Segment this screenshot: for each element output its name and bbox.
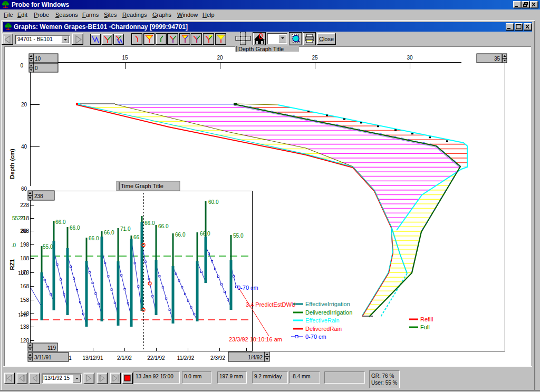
svg-text:168: 168 xyxy=(20,283,29,289)
svg-text:60: 60 xyxy=(21,186,27,192)
svg-text:71.0: 71.0 xyxy=(120,226,131,232)
svg-text:228: 228 xyxy=(20,202,29,208)
svg-text:.0: .0 xyxy=(12,242,16,248)
svg-text:EffectiveRain: EffectiveRain xyxy=(305,317,340,324)
svg-text:DeliveredIrrigation: DeliveredIrrigation xyxy=(305,309,352,316)
svg-text:2/3/92: 2/3/92 xyxy=(210,355,225,361)
svg-text:15: 15 xyxy=(122,55,128,61)
svg-text:30: 30 xyxy=(407,55,413,61)
svg-text:40: 40 xyxy=(21,144,27,150)
svg-text:10: 10 xyxy=(35,56,41,62)
svg-text:66.0: 66.0 xyxy=(104,230,114,236)
svg-text:Full: Full xyxy=(420,324,430,330)
svg-text:60.0: 60.0 xyxy=(208,199,219,205)
svg-text:552.0: 552.0 xyxy=(12,215,25,221)
svg-text:66.: 66. xyxy=(133,234,141,240)
svg-text:138: 138 xyxy=(20,324,29,330)
svg-text:66.0: 66.0 xyxy=(89,236,99,241)
svg-text:0-70 cm: 0-70 cm xyxy=(305,334,326,340)
svg-text:178: 178 xyxy=(20,270,29,276)
svg-text:66.0: 66.0 xyxy=(175,232,186,238)
svg-text:3.4 PredictEstDWU: 3.4 PredictEstDWU xyxy=(246,301,296,308)
svg-text:55.0: 55.0 xyxy=(233,233,244,239)
svg-text:Depth Graph Title: Depth Graph Title xyxy=(238,46,284,52)
svg-text:148: 148 xyxy=(20,311,29,317)
svg-text:25: 25 xyxy=(312,55,318,61)
svg-text:3/11/91: 3/11/91 xyxy=(34,355,52,360)
svg-text:DeliveredRain: DeliveredRain xyxy=(305,326,342,332)
svg-text:2/1/92: 2/1/92 xyxy=(117,355,132,361)
svg-text:119: 119 xyxy=(47,345,56,351)
svg-text:1: 1 xyxy=(69,355,72,361)
svg-text:0-70 cm: 0-70 cm xyxy=(237,285,258,291)
svg-text:Refill: Refill xyxy=(420,316,433,322)
svg-text:Time Graph Title: Time Graph Title xyxy=(121,183,163,189)
svg-text:20: 20 xyxy=(217,55,223,61)
svg-text:208: 208 xyxy=(20,228,29,234)
svg-text:1/4/92: 1/4/92 xyxy=(248,355,263,360)
svg-text:RZ1: RZ1 xyxy=(9,259,15,270)
svg-text:66.0: 66.0 xyxy=(158,223,169,229)
svg-text:23/3/92 10:10:16 am: 23/3/92 10:10:16 am xyxy=(229,336,282,342)
svg-text:198: 198 xyxy=(20,242,29,248)
svg-text:158: 158 xyxy=(20,297,29,303)
svg-text:66.0: 66.0 xyxy=(144,220,155,226)
svg-text:20: 20 xyxy=(21,102,27,107)
svg-text:0: 0 xyxy=(20,63,23,68)
svg-text:128: 128 xyxy=(20,338,29,344)
svg-text:66.0: 66.0 xyxy=(70,225,80,231)
svg-text:238: 238 xyxy=(34,193,43,199)
svg-text:35: 35 xyxy=(494,56,500,62)
svg-text:11/2/92: 11/2/92 xyxy=(177,355,195,361)
svg-text:22/1/92: 22/1/92 xyxy=(147,355,165,361)
svg-text:188: 188 xyxy=(20,256,29,261)
svg-text:0: 0 xyxy=(35,65,38,71)
svg-text:Depth (cm): Depth (cm) xyxy=(9,149,15,179)
svg-text:55.0: 55.0 xyxy=(43,244,53,250)
svg-text:EffectiveIrrigation: EffectiveIrrigation xyxy=(305,301,350,307)
svg-text:13/12/91: 13/12/91 xyxy=(83,355,103,361)
svg-text:66.0: 66.0 xyxy=(55,219,66,225)
